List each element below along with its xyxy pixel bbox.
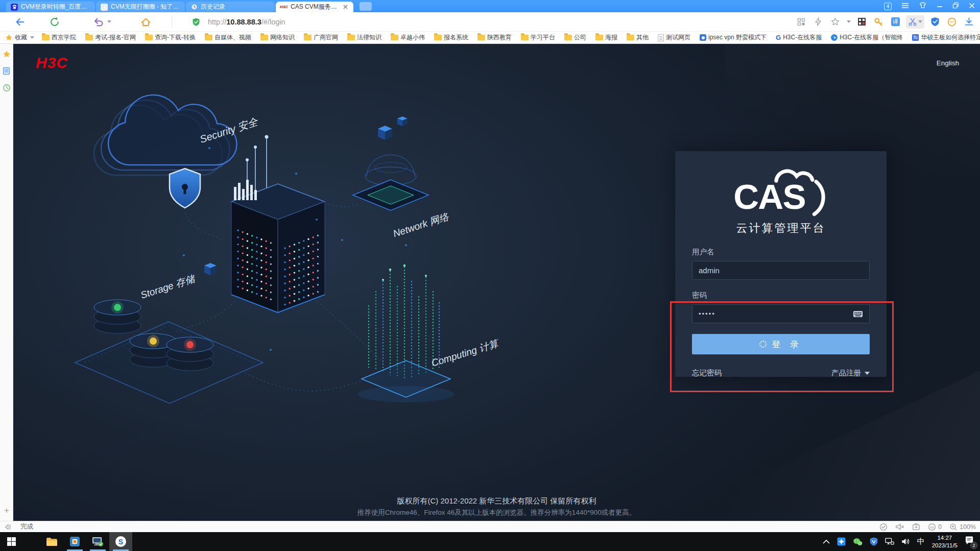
favorites-star-icon[interactable] <box>829 15 841 29</box>
bookmark-folder[interactable]: 其他 <box>622 32 653 43</box>
pc-manager-shield-icon[interactable] <box>870 537 878 546</box>
sogou-logo: S <box>115 536 126 547</box>
feedback-emoji-icon[interactable] <box>946 15 958 29</box>
sogou-shield-icon[interactable] <box>929 15 941 29</box>
forgot-password-link[interactable]: 忘记密码 <box>692 368 722 378</box>
bookmark-folder[interactable]: 西京学院 <box>37 32 81 43</box>
bookmark-item[interactable]: ipsec vpn 野蛮模式下 <box>695 32 771 43</box>
back-icon[interactable] <box>12 14 28 30</box>
password-key-icon[interactable] <box>872 15 885 29</box>
security-check-icon[interactable] <box>879 523 888 531</box>
ime-indicator[interactable]: 中 <box>917 537 925 546</box>
site-security-shield-icon[interactable] <box>192 17 201 27</box>
language-switch-link[interactable]: English <box>937 59 959 67</box>
username-field[interactable] <box>699 266 863 275</box>
bookmark-folder[interactable]: 法律知识 <box>343 32 386 43</box>
refresh-icon[interactable] <box>47 14 62 30</box>
apps-grid-icon[interactable] <box>795 15 807 29</box>
bookmark-folder[interactable]: 查询-下载-转换 <box>140 32 200 43</box>
favorites-root-button[interactable]: 收藏 <box>5 33 37 42</box>
zoom-control[interactable]: 100% <box>949 523 976 531</box>
screenshot-dropdown-caret[interactable] <box>918 20 922 23</box>
bookmark-folder[interactable]: 陕西教育 <box>473 32 516 43</box>
bookmark-label: 华硕主板如何选择特定 <box>921 33 980 42</box>
register-dropdown-caret <box>865 372 870 375</box>
volume-icon[interactable] <box>901 538 910 545</box>
bookmark-label: 公司 <box>574 33 586 42</box>
adblock-status[interactable]: AD 0 <box>928 523 942 531</box>
address-bar[interactable]: http://10.88.88.3/#/login <box>192 17 795 27</box>
bookmark-folder[interactable]: 广商官网 <box>299 32 343 43</box>
bookmark-label: 卓越小伟 <box>400 33 425 42</box>
sidebar-history-icon[interactable] <box>3 84 11 92</box>
tray-clock[interactable]: 14:27 2023/11/5 <box>932 534 958 549</box>
bookmark-folder[interactable]: 报名系统 <box>429 32 473 43</box>
collapse-sidebar-icon[interactable] <box>4 523 12 531</box>
undo-dropdown-caret[interactable] <box>107 20 111 23</box>
download-manager-icon[interactable] <box>912 523 920 531</box>
menu-icon[interactable] <box>901 2 909 11</box>
sogou-browser-icon[interactable]: S <box>109 532 132 551</box>
copyright-text: 版权所有(C) 2012-2022 新华三技术有限公司 保留所有权利 <box>13 496 980 506</box>
tab-count-badge[interactable]: 4 <box>884 3 892 10</box>
bookmark-item[interactable]: GH3C-在线客服 <box>771 32 826 43</box>
tab-history[interactable]: 历史记录 <box>186 2 275 12</box>
bookmark-folder[interactable]: 公司 <box>560 32 591 43</box>
bookmark-item[interactable]: 知华硕主板如何选择特定 <box>907 32 980 43</box>
lightning-icon[interactable] <box>812 15 824 29</box>
bookmark-label: 学习平台 <box>531 33 555 42</box>
bookmark-label: H3C-在线客服 <box>783 33 822 42</box>
password-field[interactable] <box>699 310 849 318</box>
bookmark-item[interactable]: H3C-在线客服（智能终 <box>826 32 907 43</box>
mute-icon[interactable] <box>895 523 904 531</box>
star-app-icon[interactable] <box>837 537 846 546</box>
skin-icon[interactable] <box>919 2 927 11</box>
vmware-icon[interactable] <box>63 532 86 551</box>
network-icon[interactable] <box>885 538 894 545</box>
remote-desktop-icon[interactable] <box>86 532 109 551</box>
minimize-button[interactable] <box>937 2 943 11</box>
file-explorer-icon[interactable] <box>40 532 63 551</box>
bookmark-label: 报名系统 <box>444 33 468 42</box>
sidebar-mobile-icon[interactable] <box>3 67 10 75</box>
url-text[interactable]: http://10.88.88.3/#/login <box>208 18 285 26</box>
folder-icon <box>564 35 572 40</box>
action-center-icon[interactable]: 2 <box>965 536 974 547</box>
product-register-link[interactable]: 产品注册 <box>831 368 870 378</box>
download-icon[interactable] <box>963 15 975 29</box>
vpn-app-icon <box>700 34 706 41</box>
bookmark-folder[interactable]: 卓越小伟 <box>386 32 429 43</box>
favorites-dropdown-caret[interactable] <box>847 20 851 23</box>
sidebar-add-icon[interactable]: + <box>0 506 13 515</box>
folder-icon <box>347 35 355 40</box>
home-icon[interactable] <box>138 14 153 30</box>
zhihu-badge-icon: 知 <box>912 34 919 41</box>
tray-expand-icon[interactable] <box>823 539 830 544</box>
undo-icon[interactable] <box>91 14 106 30</box>
start-button[interactable] <box>0 532 23 551</box>
qrcode-icon[interactable] <box>855 15 868 29</box>
bookmark-item[interactable]: 测试网页 <box>653 32 695 43</box>
bookmark-folder[interactable]: 自媒体、视频 <box>200 32 256 43</box>
bookmark-folder[interactable]: 网络知识 <box>256 32 299 43</box>
bookmark-folder[interactable]: 学习平台 <box>516 32 560 43</box>
tab-zhihu-club[interactable]: CVM无限打圈圈 - 知了社区 <box>96 2 185 12</box>
close-window-button[interactable] <box>969 2 975 11</box>
bookmark-folder[interactable]: 海报 <box>591 32 622 43</box>
login-button[interactable]: 登 录 <box>692 334 870 354</box>
screenshot-tool[interactable] <box>906 15 924 29</box>
restore-button[interactable] <box>952 2 959 11</box>
tab-cas-active[interactable]: H3C CAS CVM服务器虚拟化 <box>276 2 353 12</box>
wechat-icon[interactable] <box>853 538 863 546</box>
sidebar-favorites-star-icon[interactable] <box>3 50 11 58</box>
bookmark-folder[interactable]: 考试-报名-官网 <box>81 32 140 43</box>
browser-recommendation-text: 推荐使用Chrome46、Firefox 46及其以上版本的浏览器。推荐分辨率为… <box>13 508 980 517</box>
translate-icon[interactable]: 译 <box>889 15 901 29</box>
folder-icon <box>42 35 50 40</box>
username-label: 用户名 <box>692 247 870 257</box>
tab-baidu-search[interactable]: CVM登录时转圈_百度搜索 <box>6 2 95 12</box>
soft-keyboard-icon[interactable] <box>853 310 863 318</box>
folder-icon <box>304 35 312 40</box>
close-tab-icon[interactable] <box>342 4 349 11</box>
new-tab-button[interactable] <box>360 2 372 11</box>
